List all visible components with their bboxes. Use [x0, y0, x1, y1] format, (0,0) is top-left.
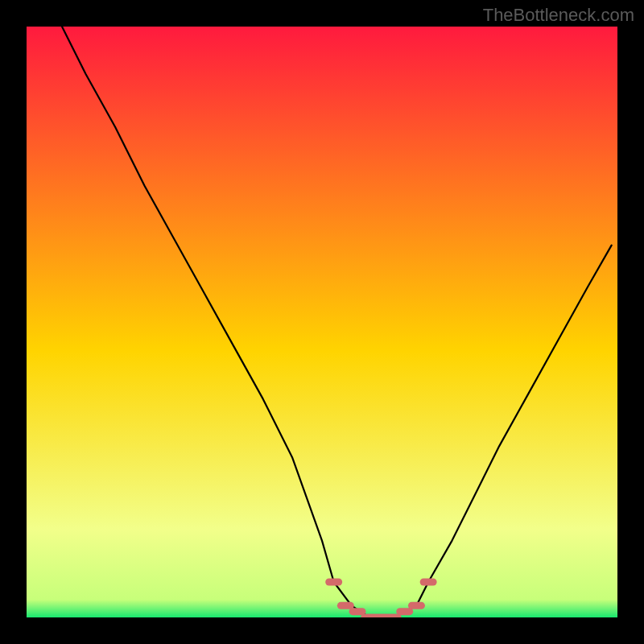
chart-svg — [0, 0, 644, 644]
watermark-text: TheBottleneck.com — [483, 5, 634, 26]
svg-rect-2 — [27, 27, 617, 617]
chart-stage: TheBottleneck.com — [0, 0, 644, 644]
